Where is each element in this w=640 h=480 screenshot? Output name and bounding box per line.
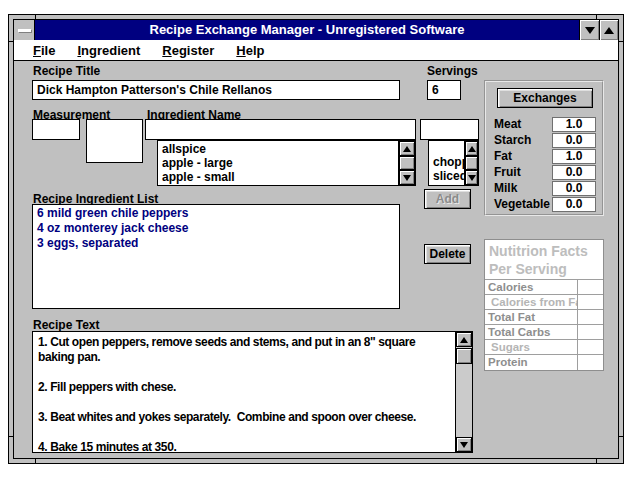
recipe-text-paragraph: 3. Beat whites and yokes separately. Com… bbox=[38, 410, 453, 425]
preparation-listbox[interactable]: chopped sliced bbox=[428, 140, 479, 186]
scroll-thumb[interactable] bbox=[456, 348, 472, 364]
exchange-label: Starch bbox=[494, 133, 531, 147]
nutrition-row: Sugars bbox=[485, 340, 603, 355]
nutrition-label: Calories bbox=[485, 280, 577, 294]
scroll-up-icon bbox=[468, 146, 476, 152]
list-item[interactable]: 3 eggs, separated bbox=[33, 236, 399, 251]
nutrition-value bbox=[577, 295, 603, 309]
nutrition-row: Protein bbox=[485, 355, 603, 370]
nutrition-label: Protein bbox=[485, 355, 577, 370]
exchange-row: Starch 0.0 bbox=[494, 132, 596, 148]
menu-ingredient[interactable]: Ingredient bbox=[66, 43, 151, 58]
client-area: Recipe Title Servings Exchanges Meat 1.0… bbox=[14, 61, 618, 458]
scroll-up-icon bbox=[403, 146, 411, 152]
menu-register[interactable]: Register bbox=[151, 43, 225, 58]
add-button[interactable]: Add bbox=[424, 189, 471, 209]
frame-tick bbox=[35, 459, 36, 463]
recipe-title-label: Recipe Title bbox=[33, 64, 100, 78]
scroll-thumb[interactable] bbox=[465, 156, 478, 170]
list-item[interactable]: apple - large bbox=[158, 156, 415, 170]
minimize-button[interactable] bbox=[580, 20, 599, 40]
preparation-input[interactable] bbox=[420, 119, 479, 140]
exchange-row: Fat 1.0 bbox=[494, 148, 596, 164]
recipe-text-content: 1. Cut open peppers, remove seeds and st… bbox=[33, 332, 455, 452]
ingredient-list-scrollbar[interactable] bbox=[398, 141, 415, 185]
nutrition-value bbox=[577, 340, 603, 354]
ingredient-name-input[interactable] bbox=[145, 119, 416, 140]
exchange-value: 1.0 bbox=[552, 149, 596, 164]
system-menu-icon bbox=[18, 29, 31, 32]
exchange-value: 0.0 bbox=[552, 197, 596, 212]
nutrition-facts-panel: Nutitrion Facts Per Serving Calories Cal… bbox=[484, 239, 604, 371]
system-menu-button[interactable] bbox=[14, 20, 35, 40]
exchange-value: 0.0 bbox=[552, 165, 596, 180]
menu-file[interactable]: File bbox=[22, 43, 66, 58]
exchange-label: Fat bbox=[494, 149, 512, 163]
nutrition-value bbox=[577, 280, 603, 294]
recipe-text-paragraph: 1. Cut open peppers, remove seeds and st… bbox=[38, 335, 453, 365]
exchanges-group: Exchanges Meat 1.0 Starch 0.0 Fat 1.0 F bbox=[484, 80, 604, 216]
exchange-value: 0.0 bbox=[552, 133, 596, 148]
recipe-text-paragraph: 4. Bake 15 minutes at 350. bbox=[38, 440, 453, 452]
exchange-label: Fruit bbox=[494, 165, 521, 179]
recipe-text-label: Recipe Text bbox=[33, 318, 99, 332]
window-buttons bbox=[579, 20, 618, 40]
nutrition-label: Sugars bbox=[485, 340, 577, 354]
titlebar: Recipe Exchange Manager - Unregistered S… bbox=[14, 20, 618, 40]
scroll-thumb[interactable] bbox=[399, 156, 415, 170]
scroll-down-button[interactable] bbox=[399, 170, 415, 185]
list-item[interactable]: allspice bbox=[158, 142, 415, 156]
desktop: Recipe Exchange Manager - Unregistered S… bbox=[0, 0, 640, 480]
list-item[interactable]: 4 oz monterey jack cheese bbox=[33, 221, 399, 236]
exchange-row: Vegetable 0.0 bbox=[494, 196, 596, 212]
minimize-icon bbox=[585, 27, 595, 34]
list-item[interactable]: apple - small bbox=[158, 170, 415, 184]
exchange-value: 1.0 bbox=[552, 117, 596, 132]
nutrition-label: Calories from Fat bbox=[485, 295, 577, 309]
recipe-text-paragraph: 2. Fill peppers with chese. bbox=[38, 380, 453, 395]
nutrition-row: Total Carbs bbox=[485, 325, 603, 340]
scroll-down-icon bbox=[403, 175, 411, 181]
scroll-down-icon bbox=[460, 442, 468, 448]
nutrition-title-line2: Per Serving bbox=[489, 260, 603, 278]
scroll-up-icon bbox=[460, 337, 468, 343]
nutrition-label: Total Fat bbox=[485, 310, 577, 324]
recipe-title-input[interactable] bbox=[32, 80, 400, 100]
maximize-button[interactable] bbox=[599, 20, 618, 40]
exchanges-button[interactable]: Exchanges bbox=[497, 88, 593, 108]
exchange-row: Milk 0.0 bbox=[494, 180, 596, 196]
frame-tick bbox=[596, 459, 597, 463]
recipe-text-area[interactable]: 1. Cut open peppers, remove seeds and st… bbox=[32, 331, 473, 453]
scroll-up-button[interactable] bbox=[456, 332, 472, 347]
exchange-label: Milk bbox=[494, 181, 517, 195]
measurement-listbox[interactable] bbox=[86, 119, 143, 163]
nutrition-value bbox=[577, 355, 603, 370]
scroll-up-button[interactable] bbox=[465, 141, 478, 156]
exchange-label: Meat bbox=[494, 117, 521, 131]
recipe-text-scrollbar[interactable] bbox=[455, 332, 472, 452]
scroll-down-button[interactable] bbox=[456, 437, 472, 452]
maximize-icon bbox=[604, 27, 614, 34]
exchange-value: 0.0 bbox=[552, 181, 596, 196]
nutrition-title-line1: Nutitrion Facts bbox=[489, 242, 603, 260]
ingredient-listbox[interactable]: allspice apple - large apple - small bbox=[157, 140, 416, 186]
exchange-row: Meat 1.0 bbox=[494, 116, 596, 132]
menu-help[interactable]: Help bbox=[225, 43, 275, 58]
exchange-label: Vegetable bbox=[494, 197, 550, 211]
preparation-list-scrollbar[interactable] bbox=[464, 141, 478, 185]
nutrition-value bbox=[577, 310, 603, 324]
delete-button[interactable]: Delete bbox=[424, 244, 471, 264]
window-title: Recipe Exchange Manager - Unregistered S… bbox=[35, 20, 579, 40]
recipe-ingredient-listbox[interactable]: 6 mild green chile peppers 4 oz monterey… bbox=[32, 204, 400, 309]
nutrition-label: Total Carbs bbox=[485, 325, 577, 339]
scroll-down-icon bbox=[468, 175, 476, 181]
servings-input[interactable] bbox=[427, 80, 461, 100]
menu-bar: File Ingredient Register Help bbox=[14, 40, 618, 61]
frame-tick bbox=[619, 436, 623, 437]
scroll-up-button[interactable] bbox=[399, 141, 415, 156]
measurement-input[interactable] bbox=[32, 119, 80, 140]
list-item[interactable]: 6 mild green chile peppers bbox=[33, 206, 399, 221]
nutrition-title: Nutitrion Facts Per Serving bbox=[485, 240, 603, 280]
nutrition-row: Calories bbox=[485, 280, 603, 295]
scroll-down-button[interactable] bbox=[465, 170, 478, 185]
